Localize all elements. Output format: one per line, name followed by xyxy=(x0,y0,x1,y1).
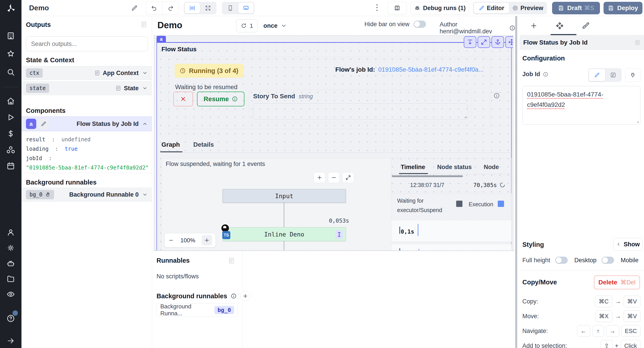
graph-zoom-in-button[interactable] xyxy=(314,172,325,183)
ctx-chevron-down-icon[interactable] xyxy=(142,70,148,76)
eval-input-fx-button[interactable] xyxy=(606,69,621,81)
favorites-icon[interactable] xyxy=(6,50,15,58)
resize-handle-icon[interactable] xyxy=(462,114,467,118)
docs-book-button[interactable] xyxy=(388,2,407,14)
flow-graph-panel[interactable]: Flow suspended, waiting for 1 events Inp… xyxy=(162,158,391,251)
timeline-legend: Waiting for executor/Suspend Execution xyxy=(391,194,512,220)
timeline-hscrollbar[interactable] xyxy=(392,175,463,177)
component-chevron-up-icon[interactable] xyxy=(142,121,148,126)
move-component-button[interactable] xyxy=(505,36,514,48)
timeline-row1-tick xyxy=(418,224,418,236)
add-bg-runnable-button[interactable] xyxy=(240,291,250,301)
bg-runnable-item[interactable]: Background Runna... bg_0 xyxy=(156,303,238,316)
job-id-link[interactable]: 0191085e-5baa-81ef-4774-c9ef4f0a... xyxy=(378,66,484,73)
story-type: string xyxy=(299,93,313,100)
jobid-line[interactable]: jobId : xyxy=(26,154,149,163)
folders-icon[interactable] xyxy=(6,275,15,283)
refresh-count-button[interactable]: 1 xyxy=(236,19,258,32)
state-chevron-down-icon[interactable] xyxy=(142,86,148,91)
search-outputs-input[interactable] xyxy=(26,37,148,51)
user-icon[interactable] xyxy=(6,228,15,237)
cancel-button[interactable] xyxy=(173,92,193,106)
tab-component-settings-icon[interactable] xyxy=(556,22,564,30)
job-id-info-icon[interactable] xyxy=(543,72,548,77)
static-input-pencil-button[interactable] xyxy=(589,69,605,81)
settings-gear-icon[interactable] xyxy=(6,244,15,252)
kbd-cmd-v: ⌘V xyxy=(624,296,640,307)
workspace-icon[interactable] xyxy=(6,32,15,40)
tab-theme-brush-icon[interactable] xyxy=(582,22,590,30)
result-line[interactable]: result : undefined xyxy=(26,135,149,144)
refresh-mode-select[interactable]: once xyxy=(264,19,287,32)
zoom-in-button[interactable] xyxy=(202,235,212,245)
undo-button[interactable] xyxy=(146,3,162,14)
desktop-view-button[interactable] xyxy=(238,3,254,14)
preview-tab[interactable]: Preview xyxy=(510,3,546,14)
resume-button[interactable]: Resume xyxy=(197,92,244,106)
variables-icon[interactable] xyxy=(6,129,15,138)
job-id-input[interactable]: 0191085e-5baa-81ef-4774-c9ef4f0a92d2 xyxy=(522,86,640,124)
bg-runnable-row[interactable]: bg_0 Background Runnable 0 xyxy=(22,188,152,202)
schedules-icon[interactable] xyxy=(6,162,15,170)
author-info-icon[interactable] xyxy=(510,25,515,31)
windmill-logo-icon[interactable] xyxy=(6,3,16,13)
app-canvas[interactable]: a Flow Status Running (3 of 4) Flow's jo… xyxy=(154,35,514,251)
jobid-value[interactable]: "0191085e-5baa-81ef-4774-c9ef4f0a92d2" xyxy=(26,163,149,172)
tab-details[interactable]: Details xyxy=(193,141,214,148)
full-width-layout-button[interactable] xyxy=(200,3,216,14)
component-rename-pencil-icon[interactable] xyxy=(38,119,49,129)
expand-component-button[interactable] xyxy=(478,36,490,48)
kbd-arrow-left: ← xyxy=(577,325,590,337)
graph-zoom-out-button[interactable] xyxy=(328,172,340,183)
pane-resize-handle[interactable] xyxy=(515,16,517,348)
debug-runs-button[interactable]: Debug runs (1) xyxy=(410,2,469,14)
graph-fullscreen-button[interactable] xyxy=(342,172,354,183)
bg-chevron-down-icon[interactable] xyxy=(142,192,148,197)
search-icon[interactable] xyxy=(6,68,15,76)
desktop-toggle[interactable] xyxy=(602,257,614,264)
job-id-resize-icon[interactable] xyxy=(634,119,639,123)
tab-node-status[interactable]: Node status xyxy=(437,164,472,171)
notification-dot xyxy=(12,310,18,316)
edit-title-pencil-icon[interactable] xyxy=(131,5,138,12)
tab-node-more[interactable]: Node xyxy=(484,164,499,171)
tab-insert-plus-icon[interactable] xyxy=(530,22,538,30)
full-height-toggle[interactable] xyxy=(555,257,568,264)
card-info-icon[interactable] xyxy=(494,92,500,99)
anchor-component-button[interactable] xyxy=(492,36,504,48)
bg-runnables-info-icon[interactable] xyxy=(231,293,236,299)
state-row[interactable]: state State xyxy=(22,81,152,95)
connect-plug-button[interactable] xyxy=(625,68,640,82)
home-icon[interactable] xyxy=(6,97,15,105)
input-node[interactable]: Input xyxy=(222,189,346,203)
draft-button[interactable]: Draft ⌘S xyxy=(552,2,600,14)
inline-deno-node[interactable]: Inline Deno TS I xyxy=(222,227,346,241)
show-styling-button[interactable]: Show xyxy=(613,238,643,251)
outputs-doc-icon[interactable] xyxy=(140,21,147,28)
editor-tab[interactable]: Editor xyxy=(474,3,509,14)
component-a-row[interactable]: a Flow Status by Job Id xyxy=(22,116,152,131)
right-doc-icon[interactable] xyxy=(634,40,640,46)
runs-icon[interactable] xyxy=(6,113,15,122)
deploy-button[interactable]: Deploy xyxy=(604,2,642,14)
delete-button[interactable]: Delete ⌘Del xyxy=(594,275,640,289)
collapse-arrow-icon[interactable] xyxy=(7,337,15,345)
audit-eye-icon[interactable] xyxy=(6,290,15,298)
resources-icon[interactable] xyxy=(6,145,15,154)
tab-graph[interactable]: Graph xyxy=(162,141,180,148)
tab-timeline[interactable]: Timeline xyxy=(401,164,425,171)
mobile-view-button[interactable] xyxy=(223,3,238,14)
undo-redo-group xyxy=(146,2,179,14)
kebab-menu-icon[interactable]: ⋮ xyxy=(373,3,381,12)
loading-line[interactable]: loading : true xyxy=(26,144,149,154)
legend-wait-swatch xyxy=(456,201,462,207)
runnables-doc-icon[interactable] xyxy=(228,257,235,264)
ctx-row[interactable]: ctx App Context xyxy=(22,66,152,80)
redo-button[interactable] xyxy=(162,3,179,14)
workers-robot-icon[interactable] xyxy=(6,259,15,268)
story-textarea[interactable] xyxy=(253,103,468,120)
zoom-out-icon[interactable] xyxy=(168,237,174,243)
centered-layout-button[interactable] xyxy=(185,3,200,14)
hide-bar-toggle[interactable] xyxy=(414,21,426,28)
insert-below-button[interactable] xyxy=(464,36,476,48)
